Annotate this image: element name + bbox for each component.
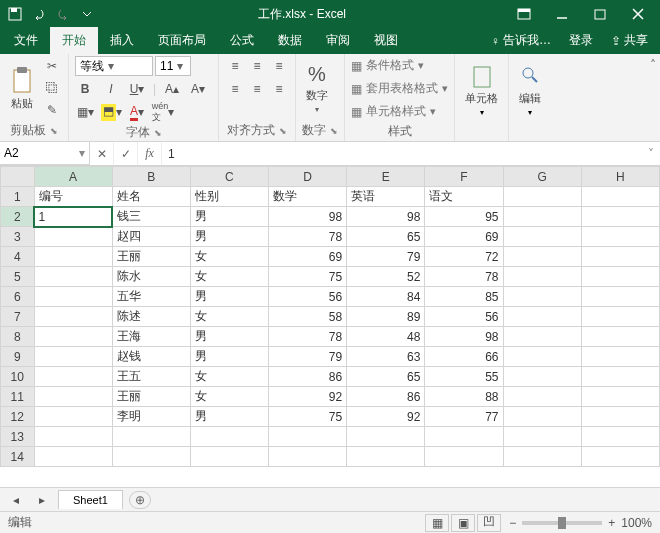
fx-icon[interactable]: fx xyxy=(138,142,162,165)
cell[interactable]: 钱三 xyxy=(112,207,190,227)
cell[interactable]: 男 xyxy=(190,207,268,227)
cell[interactable]: 72 xyxy=(425,247,503,267)
cell[interactable]: 男 xyxy=(190,407,268,427)
cell[interactable]: 85 xyxy=(425,287,503,307)
zoom-control[interactable]: − + 100% xyxy=(509,516,652,530)
row-header[interactable]: 11 xyxy=(1,387,35,407)
cell[interactable] xyxy=(503,387,581,407)
dialog-launcher-icon[interactable]: ⬊ xyxy=(330,126,338,136)
cell[interactable] xyxy=(425,427,503,447)
cell[interactable]: 李明 xyxy=(112,407,190,427)
cell[interactable]: 65 xyxy=(347,227,425,247)
cell[interactable]: 王五 xyxy=(112,367,190,387)
cell[interactable]: 63 xyxy=(347,347,425,367)
close-icon[interactable] xyxy=(620,2,656,26)
tab-视图[interactable]: 视图 xyxy=(362,27,410,54)
dialog-launcher-icon[interactable]: ⬊ xyxy=(154,128,162,138)
format-table-button[interactable]: ▦套用表格格式▾ xyxy=(351,79,448,98)
name-box[interactable]: A2▾ xyxy=(0,142,90,165)
cell[interactable] xyxy=(503,427,581,447)
cell[interactable] xyxy=(269,447,347,467)
copy-icon[interactable]: ⿻ xyxy=(42,78,62,98)
undo-icon[interactable] xyxy=(28,3,50,25)
align-bottom-icon[interactable]: ≡ xyxy=(269,56,289,76)
save-icon[interactable] xyxy=(4,3,26,25)
cell[interactable] xyxy=(34,427,112,447)
cell[interactable] xyxy=(581,447,659,467)
cell[interactable]: 女 xyxy=(190,387,268,407)
tab-文件[interactable]: 文件 xyxy=(2,27,50,54)
cell[interactable] xyxy=(112,427,190,447)
cell[interactable]: 92 xyxy=(347,407,425,427)
cell[interactable]: 78 xyxy=(269,327,347,347)
cell[interactable] xyxy=(34,287,112,307)
cell[interactable]: 赵四 xyxy=(112,227,190,247)
cell[interactable] xyxy=(503,247,581,267)
cell[interactable]: 98 xyxy=(269,207,347,227)
cell[interactable]: 77 xyxy=(425,407,503,427)
cell[interactable] xyxy=(503,367,581,387)
cell[interactable] xyxy=(581,227,659,247)
tab-审阅[interactable]: 审阅 xyxy=(314,27,362,54)
cell[interactable] xyxy=(581,287,659,307)
col-header[interactable]: C xyxy=(190,167,268,187)
cell[interactable]: 86 xyxy=(269,367,347,387)
normal-view-icon[interactable]: ▦ xyxy=(425,514,449,532)
spreadsheet-grid[interactable]: ABCDEFGH1编号姓名性别数学英语语文21钱三男9898953赵四男7865… xyxy=(0,166,660,487)
cell[interactable] xyxy=(581,367,659,387)
expand-formula-icon[interactable]: ˅ xyxy=(642,147,660,161)
cell[interactable] xyxy=(269,427,347,447)
sheet-nav-prev-icon[interactable]: ◂ xyxy=(6,490,26,510)
cell[interactable] xyxy=(581,327,659,347)
cell[interactable]: 86 xyxy=(347,387,425,407)
cell[interactable]: 58 xyxy=(269,307,347,327)
cell[interactable]: 男 xyxy=(190,347,268,367)
row-header[interactable]: 10 xyxy=(1,367,35,387)
cell[interactable] xyxy=(503,227,581,247)
cell[interactable]: 姓名 xyxy=(112,187,190,207)
cell[interactable]: 王丽 xyxy=(112,387,190,407)
cell[interactable]: 王海 xyxy=(112,327,190,347)
page-layout-view-icon[interactable]: ▣ xyxy=(451,514,475,532)
align-middle-icon[interactable]: ≡ xyxy=(247,56,267,76)
font-size-combo[interactable]: 11▾ xyxy=(155,56,191,76)
cell[interactable]: 56 xyxy=(425,307,503,327)
cell[interactable]: 89 xyxy=(347,307,425,327)
qat-customize-icon[interactable] xyxy=(76,3,98,25)
sheet-nav-next-icon[interactable]: ▸ xyxy=(32,490,52,510)
cell[interactable] xyxy=(503,347,581,367)
decrease-font-icon[interactable]: A▾ xyxy=(188,79,208,99)
cell[interactable] xyxy=(34,407,112,427)
cell[interactable] xyxy=(34,307,112,327)
tab-数据[interactable]: 数据 xyxy=(266,27,314,54)
col-header[interactable]: H xyxy=(581,167,659,187)
cell[interactable]: 男 xyxy=(190,227,268,247)
col-header[interactable]: A xyxy=(34,167,112,187)
cell[interactable] xyxy=(34,247,112,267)
cell[interactable] xyxy=(503,267,581,287)
cell[interactable]: 78 xyxy=(269,227,347,247)
paste-button[interactable]: 粘贴 xyxy=(6,64,38,113)
row-header[interactable]: 8 xyxy=(1,327,35,347)
row-header[interactable]: 12 xyxy=(1,407,35,427)
col-header[interactable]: B xyxy=(112,167,190,187)
font-color-icon[interactable]: A▾ xyxy=(127,102,147,122)
border-icon[interactable]: ▦▾ xyxy=(75,102,95,122)
cell[interactable]: 95 xyxy=(425,207,503,227)
cell[interactable] xyxy=(34,327,112,347)
cell[interactable]: 78 xyxy=(425,267,503,287)
fill-color-icon[interactable]: ⬒▾ xyxy=(101,102,121,122)
cell[interactable] xyxy=(425,447,503,467)
cell[interactable] xyxy=(581,427,659,447)
cell-styles-button[interactable]: ▦单元格样式▾ xyxy=(351,102,448,121)
ribbon-display-icon[interactable] xyxy=(506,2,542,26)
cell[interactable]: 男 xyxy=(190,287,268,307)
cell[interactable]: 98 xyxy=(347,207,425,227)
number-format-button[interactable]: % 数字 ▾ xyxy=(302,61,332,116)
row-header[interactable]: 7 xyxy=(1,307,35,327)
editing-button[interactable]: 编辑▾ xyxy=(515,63,545,119)
cell[interactable]: 75 xyxy=(269,407,347,427)
cell[interactable]: 66 xyxy=(425,347,503,367)
cell[interactable] xyxy=(347,447,425,467)
row-header[interactable]: 1 xyxy=(1,187,35,207)
